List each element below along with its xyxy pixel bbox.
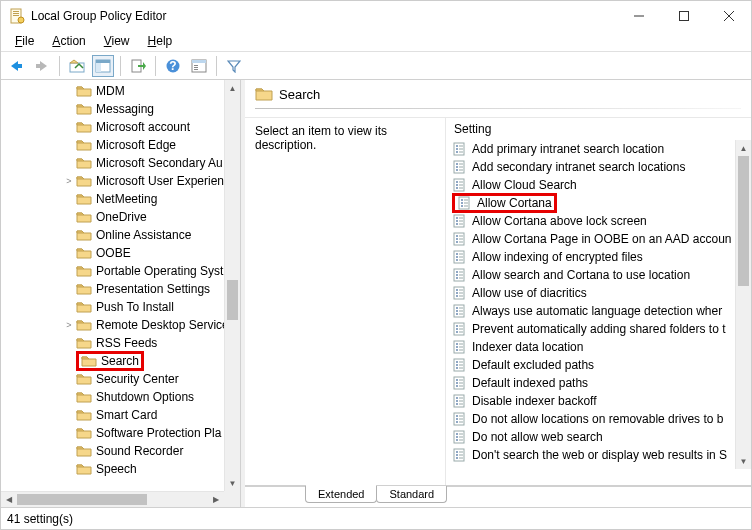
tree-pane: MDMMessagingMicrosoft accountMicrosoft E… [1,80,241,507]
minimize-button[interactable] [616,1,661,31]
menu-action[interactable]: Action [44,32,93,50]
setting-item[interactable]: Disable indexer backoff [446,392,735,410]
tree-item[interactable]: Shutdown Options [3,388,240,406]
svg-point-140 [456,439,458,441]
folder-icon [76,210,92,224]
menu-file[interactable]: File [7,32,42,50]
setting-item[interactable]: Allow use of diacritics [446,284,735,302]
tree-item[interactable]: Presentation Settings [3,280,240,298]
tree-item[interactable]: Speech [3,460,240,478]
svg-rect-139 [459,437,463,438]
svg-rect-148 [459,458,463,459]
folder-icon [76,174,92,188]
expander-icon [63,229,75,241]
tree-item[interactable]: Security Center [3,370,240,388]
menu-view[interactable]: View [96,32,138,50]
svg-point-59 [456,235,458,237]
folder-icon [76,192,92,206]
tree-item[interactable]: RSS Feeds [3,334,240,352]
scroll-thumb[interactable] [738,156,749,286]
tree-item[interactable]: OneDrive [3,208,240,226]
settings-vertical-scrollbar[interactable]: ▲ ▼ [735,140,751,469]
setting-item[interactable]: Default excluded paths [446,356,735,374]
setting-item[interactable]: Add primary intranet search location [446,140,735,158]
svg-point-56 [456,223,458,225]
svg-rect-6 [679,12,688,21]
up-button[interactable] [66,55,88,77]
tree: MDMMessagingMicrosoft accountMicrosoft E… [1,80,240,480]
setting-item[interactable]: Allow Cortana Page in OOBE on an AAD acc… [446,230,735,248]
svg-rect-97 [459,329,463,330]
setting-item[interactable]: Default indexed paths [446,374,735,392]
expander-icon[interactable]: > [63,175,75,187]
tree-item-label: Push To Install [96,300,174,314]
expander-icon[interactable]: > [63,319,75,331]
scroll-down-icon[interactable]: ▼ [225,475,240,491]
tree-item[interactable]: Microsoft Secondary Au [3,154,240,172]
tree-item[interactable]: Online Assistance [3,226,240,244]
close-button[interactable] [706,1,751,31]
folder-icon [76,336,92,350]
scroll-left-icon[interactable]: ◀ [1,492,17,507]
setting-item[interactable]: Add secondary intranet search locations [446,158,735,176]
scroll-thumb-h[interactable] [17,494,147,505]
app-icon [9,8,25,24]
scroll-up-icon[interactable]: ▲ [736,140,751,156]
tree-item[interactable]: >Microsoft User Experien [3,172,240,190]
tree-item[interactable]: Software Protection Pla [3,424,240,442]
tree-item[interactable]: Microsoft Edge [3,136,240,154]
tree-item[interactable]: MDM [3,82,240,100]
tree-item[interactable]: NetMeeting [3,190,240,208]
svg-rect-3 [13,15,19,16]
setting-item[interactable]: Allow search and Cortana to use location [446,266,735,284]
setting-item[interactable]: Prevent automatically adding shared fold… [446,320,735,338]
setting-item[interactable]: Allow Cortana above lock screen [446,212,735,230]
forward-button[interactable] [31,55,53,77]
tab-extended[interactable]: Extended [305,485,377,503]
tree-item[interactable]: >Remote Desktop Service [3,316,240,334]
setting-item[interactable]: Indexer data location [446,338,735,356]
setting-item[interactable]: Do not allow web search [446,428,735,446]
tree-item[interactable]: Portable Operating Syst [3,262,240,280]
description-prompt: Select an item to view its description. [255,124,387,152]
scroll-thumb[interactable] [227,280,238,320]
setting-item[interactable]: Allow Cortana [446,194,735,212]
setting-item[interactable]: Don't search the web or display web resu… [446,446,735,464]
setting-item[interactable]: Allow indexing of encrypted files [446,248,735,266]
tree-horizontal-scrollbar[interactable]: ◀ ▶ [1,491,224,507]
setting-item[interactable]: Do not allow locations on removable driv… [446,410,735,428]
show-tree-button[interactable] [92,55,114,77]
maximize-button[interactable] [661,1,706,31]
back-button[interactable] [5,55,27,77]
tree-item[interactable]: Sound Recorder [3,442,240,460]
tree-item[interactable]: Push To Install [3,298,240,316]
setting-label: Add secondary intranet search locations [472,160,685,174]
menu-help[interactable]: Help [140,32,181,50]
description-column: Select an item to view its description. [245,118,445,485]
properties-button[interactable] [188,55,210,77]
expander-icon [63,85,75,97]
svg-rect-74 [459,272,463,273]
tree-item[interactable]: Search [3,352,240,370]
svg-point-82 [456,292,458,294]
svg-rect-90 [459,311,463,312]
help-button[interactable]: ? [162,55,184,77]
setting-item[interactable]: Allow Cloud Search [446,176,735,194]
policy-icon [452,358,468,372]
tab-standard[interactable]: Standard [376,486,447,503]
tree-vertical-scrollbar[interactable]: ▲ ▼ [224,80,240,491]
tree-item[interactable]: OOBE [3,244,240,262]
filter-button[interactable] [223,55,245,77]
tree-item[interactable]: Smart Card [3,406,240,424]
export-button[interactable] [127,55,149,77]
tree-item[interactable]: Microsoft account [3,118,240,136]
scroll-up-icon[interactable]: ▲ [225,80,240,96]
scroll-down-icon[interactable]: ▼ [736,453,751,469]
settings-header[interactable]: Setting [446,118,751,140]
scroll-right-icon[interactable]: ▶ [208,492,224,507]
svg-rect-32 [459,164,463,165]
expander-icon [63,301,75,313]
setting-item[interactable]: Always use automatic language detection … [446,302,735,320]
svg-rect-62 [459,239,463,240]
tree-item[interactable]: Messaging [3,100,240,118]
